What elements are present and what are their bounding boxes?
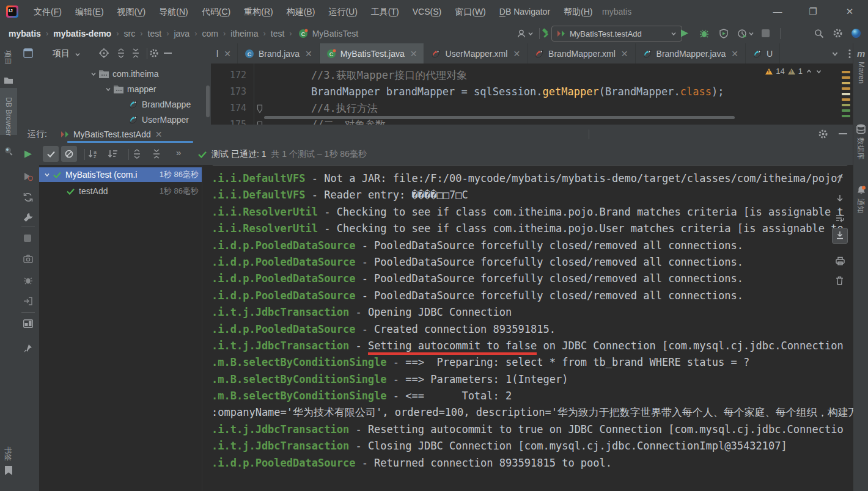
tab-options-dots-icon[interactable] [848, 49, 851, 59]
editor-tab-MyBatisTest.java[interactable]: CMyBatisTest.java✕ [320, 43, 425, 64]
menu-item-编辑[interactable]: 编辑(E) [68, 0, 111, 23]
breadcrumb-item-com[interactable]: com [202, 29, 218, 38]
editor-tab-U[interactable]: U [746, 43, 780, 64]
more-actions-chevrons[interactable]: » [176, 147, 181, 158]
editor-tab-UserMapper.xml[interactable]: UserMapper.xml✕ [424, 43, 528, 64]
test-console[interactable]: .i.i.DefaultVFS - Not a JAR: file:/F:/00… [202, 165, 853, 491]
menu-item-文件[interactable]: 文件(F) [27, 0, 68, 23]
menu-item-导航[interactable]: 导航(N) [152, 0, 194, 23]
menu-item-代码[interactable]: 代码(C) [195, 0, 237, 23]
search-everywhere-button[interactable] [814, 23, 824, 43]
breadcrumb-item-test[interactable]: test [271, 29, 285, 38]
error-stripe-mark[interactable] [842, 93, 850, 95]
rerun-failed-tests-button[interactable] [23, 172, 33, 181]
close-icon[interactable]: ✕ [731, 49, 738, 59]
menu-item-VCS[interactable]: VCS(S) [406, 0, 448, 23]
console-horizontal-scrollbar[interactable] [212, 165, 848, 165]
error-stripe-mark[interactable] [842, 76, 850, 79]
project-tree-scrollbar[interactable] [206, 85, 210, 117]
menu-item-重构[interactable]: 重构(R) [237, 0, 279, 23]
build-button[interactable] [540, 23, 551, 43]
coverage-button[interactable] [719, 23, 729, 43]
chevron-down-icon[interactable] [90, 71, 97, 77]
attach-debugger-icon[interactable] [23, 275, 33, 285]
import-test-results-icon[interactable] [23, 296, 33, 306]
next-problem-chevron-icon[interactable] [815, 68, 822, 75]
project-panel-title[interactable]: 项目 [53, 43, 70, 64]
editor-tab-Brand.java[interactable]: CBrand.java✕ [238, 43, 320, 64]
run-configuration-select[interactable]: MyBatisTest.testAdd [551, 26, 682, 42]
tree-item-UserMapper[interactable]: UserMapper [120, 112, 189, 125]
menu-item-窗口[interactable]: 窗口(W) [448, 0, 493, 23]
close-button[interactable]: ✕ [837, 0, 862, 23]
breadcrumb-item-test[interactable]: test [148, 29, 162, 38]
menu-item-帮助[interactable]: 帮助(H) [557, 0, 599, 23]
chevron-down-icon[interactable] [105, 86, 111, 92]
maximize-button[interactable]: ❐ [801, 0, 825, 23]
run-tab[interactable]: MyBatisTest.testAdd ✕ [61, 129, 163, 139]
breadcrumb-item-src[interactable]: src [124, 29, 136, 38]
expand-all-icon[interactable] [116, 48, 126, 58]
close-icon[interactable]: ✕ [224, 49, 231, 59]
code-editor[interactable]: 172173174175 //3.获取Mapper接口的代理对象 BrandMa… [211, 64, 853, 125]
menu-item-工具[interactable]: 工具(T) [364, 0, 406, 23]
breadcrumb-item-java[interactable]: java [174, 29, 189, 38]
rerun-button[interactable] [23, 150, 32, 159]
prev-problem-chevron-icon[interactable] [806, 68, 812, 75]
toggle-auto-test-button[interactable] [23, 192, 33, 202]
close-icon[interactable]: ✕ [305, 49, 312, 59]
menu-item-运行[interactable]: 运行(U) [322, 0, 364, 23]
error-stripe-mark[interactable] [842, 82, 850, 84]
test-tree-row-method[interactable]: testAdd 1秒 86毫秒 [39, 184, 202, 198]
collapse-all-button[interactable] [152, 149, 161, 159]
scroll-down-icon[interactable] [836, 194, 844, 202]
error-stripe-mark[interactable] [842, 87, 850, 90]
settings-button[interactable] [833, 23, 843, 43]
close-icon[interactable]: ✕ [155, 129, 163, 139]
print-icon[interactable] [836, 256, 845, 266]
soft-wrap-icon[interactable] [836, 214, 845, 222]
gear-icon[interactable] [149, 48, 159, 58]
sort-by-duration-button[interactable] [108, 149, 119, 159]
debug-button[interactable] [699, 23, 709, 43]
tree-item-mapper[interactable]: mapper [105, 81, 156, 96]
pin-icon[interactable] [23, 344, 32, 353]
editor-tab-BrandMapper.xml[interactable]: BrandMapper.xml✕ [528, 43, 635, 64]
tree-item-BrandMappe[interactable]: BrandMappe [120, 96, 191, 112]
editor-tab-BrandMapper.java[interactable]: BrandMapper.java✕ [636, 43, 746, 64]
sort-alphabetically-button[interactable]: az [88, 149, 99, 159]
breadcrumb-item-MyBatisTest[interactable]: MyBatisTest [312, 29, 358, 38]
breadcrumb-item-mybatis-demo[interactable]: mybatis-demo [53, 29, 111, 38]
thread-dump-camera-icon[interactable] [23, 255, 33, 263]
tree-item-com.itheima[interactable]: com.itheima [90, 66, 158, 81]
breadcrumb-item-itheima[interactable]: itheima [230, 29, 258, 38]
run-button[interactable] [680, 23, 689, 43]
collapse-all-icon[interactable] [131, 48, 141, 58]
error-stripe-mark[interactable] [842, 98, 850, 101]
show-passed-toggle[interactable] [43, 146, 59, 162]
scroll-to-end-button[interactable] [832, 228, 848, 244]
menu-item-DB Navigator[interactable]: DB Navigator [493, 0, 557, 23]
layout-settings-icon[interactable] [23, 319, 33, 328]
hide-panel-button[interactable] [839, 133, 847, 134]
plugin-sphere-button[interactable] [851, 23, 861, 43]
trash-icon[interactable] [836, 276, 844, 285]
show-ignored-toggle[interactable] [61, 146, 77, 162]
stop-button[interactable] [762, 23, 770, 43]
menu-item-构建[interactable]: 构建(B) [280, 0, 322, 23]
test-tree-row-class[interactable]: MyBatisTest (com.i 1秒 86毫秒 [39, 167, 202, 182]
close-icon[interactable]: ✕ [513, 49, 520, 59]
close-icon[interactable]: ✕ [410, 49, 417, 59]
scroll-up-icon[interactable] [836, 174, 844, 183]
error-stripe-mark[interactable] [842, 71, 850, 73]
editor-horizontal-scrollbar[interactable] [264, 116, 735, 119]
error-stripe-mark[interactable] [842, 115, 850, 117]
test-settings-wrench-icon[interactable] [23, 213, 33, 222]
menu-item-视图[interactable]: 视图(V) [111, 0, 153, 23]
error-stripe-mark[interactable] [842, 109, 850, 112]
hidden-tabs-chevron-icon[interactable] [831, 50, 839, 57]
project-tool-icon[interactable] [23, 48, 33, 58]
gear-icon[interactable] [818, 129, 828, 139]
locate-file-icon[interactable] [99, 48, 109, 58]
minimize-button[interactable]: — [765, 0, 790, 23]
